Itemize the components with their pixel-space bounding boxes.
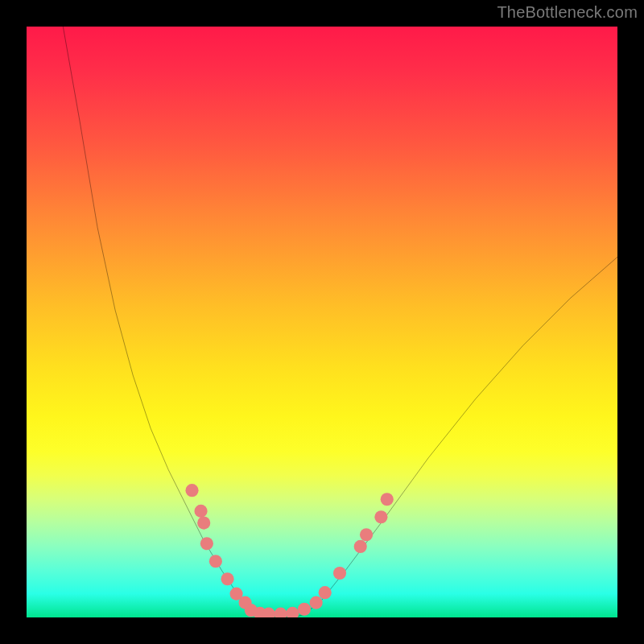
data-dot: [275, 608, 287, 617]
data-dot: [333, 567, 346, 580]
data-dot: [381, 493, 394, 506]
data-dot: [194, 505, 207, 518]
data-dot: [354, 540, 367, 553]
data-dot: [310, 597, 323, 609]
data-dots: [185, 484, 393, 617]
data-dot: [185, 484, 198, 497]
dots-layer: [27, 27, 617, 617]
data-dot: [298, 603, 311, 616]
data-dot: [221, 572, 233, 585]
data-dot: [209, 555, 222, 568]
attribution-text: TheBottleneck.com: [497, 3, 638, 22]
plot-area: [27, 27, 617, 617]
data-dot: [374, 510, 387, 523]
data-dot: [319, 586, 332, 599]
data-dot: [197, 516, 210, 529]
data-dot: [286, 607, 299, 617]
chart-stage: TheBottleneck.com: [0, 0, 644, 644]
data-dot: [200, 537, 213, 550]
data-dot: [360, 528, 373, 541]
